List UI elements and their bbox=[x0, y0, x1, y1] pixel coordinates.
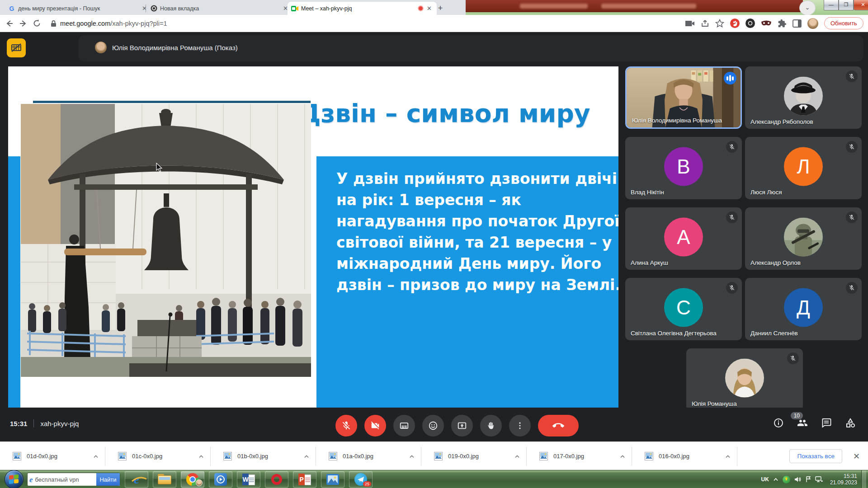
new-tab-button[interactable]: + bbox=[435, 3, 446, 14]
bell-ceremony-photo bbox=[21, 104, 311, 377]
blurred-window-title bbox=[601, 4, 696, 9]
mic-muted-icon bbox=[787, 352, 799, 364]
system-tray: UK 15:31 21.09.2023 bbox=[761, 470, 868, 488]
action-center-flag-icon[interactable] bbox=[806, 476, 811, 483]
download-item[interactable]: 01b-0x0.jpg bbox=[211, 447, 316, 466]
taskbar-search[interactable]: e бесплатный vpn Найти bbox=[27, 473, 120, 486]
maximize-button[interactable]: ❐ bbox=[839, 0, 854, 10]
update-button[interactable]: Обновить bbox=[824, 17, 863, 29]
tab-close-icon[interactable]: ✕ bbox=[425, 5, 433, 12]
download-item[interactable]: 016-0x0.jpg bbox=[632, 447, 737, 466]
download-item[interactable]: 019-0x0.jpg bbox=[421, 447, 527, 466]
bookmark-star-icon[interactable] bbox=[715, 19, 724, 28]
download-filename: 016-0x0.jpg bbox=[659, 453, 720, 460]
close-downloads-icon[interactable]: ✕ bbox=[853, 451, 860, 461]
reactions-button[interactable] bbox=[422, 415, 444, 436]
download-item[interactable]: 01c-0x0.jpg bbox=[105, 447, 211, 466]
chevron-up-icon[interactable] bbox=[620, 455, 625, 458]
side-panel-icon[interactable] bbox=[793, 19, 802, 28]
chevron-up-icon[interactable] bbox=[725, 455, 731, 458]
taskbar-item-internet-explorer[interactable]: e bbox=[125, 471, 148, 488]
activities-button[interactable] bbox=[844, 418, 856, 430]
minimize-button[interactable]: — bbox=[824, 0, 839, 10]
profile-avatar[interactable] bbox=[807, 18, 818, 29]
captions-button[interactable] bbox=[393, 415, 415, 436]
address-bar[interactable]: meet.google.com/xah-pkyv-pjq?pli=1 bbox=[45, 17, 682, 30]
download-item[interactable]: 01a-0x0.jpg bbox=[316, 447, 421, 466]
language-indicator[interactable]: UK bbox=[761, 476, 769, 483]
tab-meet[interactable]: Meet – xah-pkyv-pjq ✕ bbox=[288, 2, 437, 15]
search-submit-button[interactable]: Найти bbox=[96, 473, 120, 486]
participant-tile[interactable]: Юлія Володимирівна Романуша bbox=[625, 66, 742, 129]
close-button[interactable]: ✕ bbox=[854, 0, 868, 10]
mic-off-button[interactable] bbox=[335, 415, 357, 436]
extensions-puzzle-icon[interactable] bbox=[778, 19, 787, 28]
taskbar-item-chrome[interactable] bbox=[181, 471, 204, 488]
participant-tile[interactable]: Александр Орлов bbox=[745, 207, 862, 270]
internet-explorer-icon: e bbox=[134, 474, 139, 485]
participant-tile[interactable]: С Світлана Олегівна Дегтерьова bbox=[625, 278, 742, 340]
adblock-extension-icon[interactable] bbox=[730, 19, 740, 28]
reload-icon[interactable] bbox=[30, 17, 43, 30]
participant-tile[interactable]: Юлія Романуша bbox=[686, 348, 803, 411]
vpn-mask-extension-icon[interactable] bbox=[761, 20, 772, 27]
participant-name: Алина Аркуш bbox=[631, 259, 668, 266]
image-file-icon bbox=[118, 452, 127, 460]
participant-letter-avatar: В bbox=[664, 147, 703, 186]
participant-tile[interactable]: А Алина Аркуш bbox=[625, 207, 742, 270]
participant-tile[interactable]: Л Люся Люся bbox=[745, 137, 862, 199]
present-button[interactable] bbox=[451, 415, 473, 436]
more-options-button[interactable] bbox=[509, 415, 531, 436]
search-input[interactable]: бесплатный vpn bbox=[33, 476, 96, 483]
start-button[interactable] bbox=[5, 470, 24, 488]
info-button[interactable] bbox=[773, 418, 784, 430]
people-button[interactable] bbox=[797, 418, 808, 430]
taskbar-item-photo-viewer[interactable] bbox=[321, 471, 344, 488]
download-item[interactable]: 01d-0x0.jpg bbox=[0, 447, 105, 466]
tab-separator bbox=[146, 5, 146, 12]
presenter-name: Юлія Володимирівна Романуша (Показ) bbox=[112, 44, 238, 52]
participant-tile[interactable]: В Влад Нікітін bbox=[625, 137, 742, 199]
presentation-hidden-icon[interactable] bbox=[7, 38, 26, 57]
download-filename: 01c-0x0.jpg bbox=[132, 453, 193, 460]
taskbar-item-media-player[interactable] bbox=[209, 471, 232, 488]
antivirus-tray-icon[interactable] bbox=[783, 476, 790, 483]
network-icon[interactable] bbox=[815, 476, 823, 483]
chat-button[interactable] bbox=[821, 418, 832, 430]
tray-clock[interactable]: 15:31 21.09.2023 bbox=[830, 473, 857, 486]
taskbar-item-file-explorer[interactable] bbox=[153, 471, 176, 488]
photo-viewer-icon bbox=[326, 474, 339, 485]
participant-tile[interactable]: Д Даниил Слепнёв bbox=[745, 278, 862, 340]
taskbar-item-powerpoint[interactable]: P bbox=[293, 471, 316, 488]
image-file-icon bbox=[645, 452, 653, 460]
taskbar-item-opera[interactable] bbox=[265, 471, 288, 488]
participant-tile[interactable]: Александр Рябополов bbox=[745, 66, 862, 129]
extension-dark-icon[interactable] bbox=[745, 19, 755, 28]
raise-hand-button[interactable] bbox=[480, 415, 502, 436]
tab-title: Новая вкладка bbox=[160, 5, 279, 12]
forward-icon[interactable] bbox=[16, 17, 30, 30]
chevron-up-icon[interactable] bbox=[304, 455, 309, 458]
camera-off-button[interactable] bbox=[364, 415, 386, 436]
show-all-downloads-button[interactable]: Показать все bbox=[789, 449, 842, 463]
ie-icon: e bbox=[29, 476, 33, 483]
chevron-up-icon[interactable] bbox=[198, 455, 204, 458]
share-icon[interactable] bbox=[701, 19, 709, 28]
chevron-up-icon[interactable] bbox=[409, 455, 415, 458]
download-item[interactable]: 017-0x0.jpg bbox=[527, 447, 632, 466]
volume-icon[interactable] bbox=[794, 476, 802, 483]
tab-search[interactable]: G день миру презентація - Пошук ✕ bbox=[5, 2, 152, 15]
tray-expand-icon[interactable] bbox=[773, 478, 778, 481]
tab-newtab[interactable]: Новая вкладка ✕ bbox=[146, 2, 293, 15]
chevron-up-icon[interactable] bbox=[514, 455, 520, 458]
image-file-icon bbox=[329, 452, 337, 460]
participant-name: Александр Рябополов bbox=[750, 118, 813, 125]
chevron-up-icon[interactable] bbox=[93, 455, 99, 458]
taskbar-item-telegram[interactable]: 25 bbox=[349, 471, 373, 488]
show-desktop-button[interactable] bbox=[861, 470, 866, 488]
tab-camera-icon[interactable] bbox=[685, 20, 695, 27]
end-call-button[interactable] bbox=[538, 415, 579, 436]
chevron-down-icon[interactable]: ⌄ bbox=[799, 0, 816, 15]
taskbar-item-word[interactable]: W bbox=[237, 471, 260, 488]
back-icon[interactable] bbox=[3, 17, 16, 30]
